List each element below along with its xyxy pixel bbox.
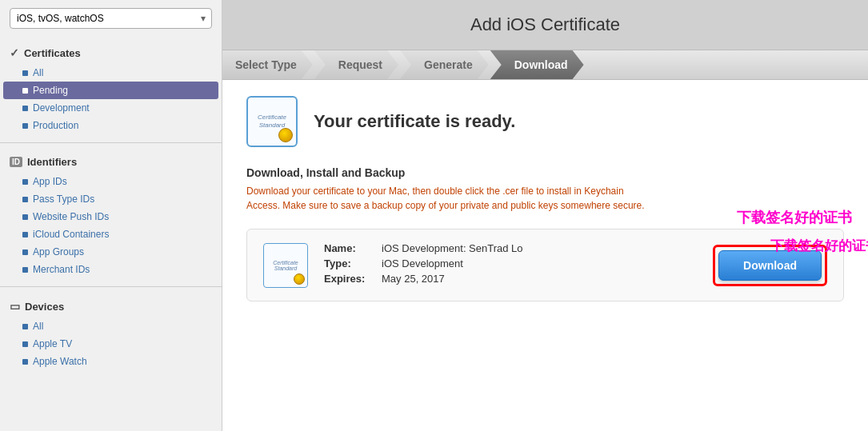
platform-select[interactable]: iOS, tvOS, watchOS macOS All xyxy=(10,8,212,29)
page-title: Add iOS Certificate xyxy=(222,0,868,50)
pending-dot xyxy=(22,88,28,94)
download-instructions: Download your certificate to your Mac, t… xyxy=(246,184,844,213)
sidebar-item-pending[interactable]: Pending xyxy=(3,82,218,99)
cert-type-value: iOS Development xyxy=(382,257,463,269)
cert-expires-label: Expires: xyxy=(324,273,372,285)
cert-card-wrapper: 下载签名好的证书 CertificateStandard Name: iOS D… xyxy=(246,229,844,301)
website-push-ids-dot xyxy=(22,214,28,220)
app-ids-label: App IDs xyxy=(33,176,67,187)
identifiers-header: ID Identifiers xyxy=(0,151,222,173)
sidebar-item-apple-watch[interactable]: Apple Watch xyxy=(0,353,222,370)
steps-bar: Select Type Request Generate Download xyxy=(222,50,868,80)
sidebar-item-development[interactable]: Development xyxy=(0,99,222,117)
pending-label: Pending xyxy=(33,85,68,96)
step-download-label: Download xyxy=(514,58,568,71)
cert-card: CertificateStandard Name: iOS Developmen… xyxy=(246,229,844,301)
apple-watch-label: Apple Watch xyxy=(33,356,87,367)
cert-expires-row: Expires: May 25, 2017 xyxy=(324,273,697,285)
step-select-type[interactable]: Select Type xyxy=(222,50,313,79)
certificates-icon: ✓ xyxy=(10,46,19,59)
platform-dropdown-wrapper[interactable]: iOS, tvOS, watchOS macOS All xyxy=(10,8,212,29)
step-select-type-label: Select Type xyxy=(235,58,297,71)
app-groups-dot xyxy=(22,249,28,255)
app-ids-dot xyxy=(22,179,28,185)
website-push-ids-label: Website Push IDs xyxy=(33,211,109,222)
sidebar-item-all[interactable]: All xyxy=(0,64,222,82)
icloud-containers-label: iCloud Containers xyxy=(33,229,109,240)
content-area: CertificateStandard Your certificate is … xyxy=(222,80,868,431)
step-request[interactable]: Request xyxy=(314,50,398,79)
apple-tv-label: Apple TV xyxy=(33,338,72,349)
step-request-label: Request xyxy=(338,58,382,71)
production-dot xyxy=(22,123,28,129)
cert-ready-title: Your certificate is ready. xyxy=(314,111,515,132)
development-label: Development xyxy=(33,102,90,114)
certificates-label: Certificates xyxy=(24,47,81,59)
cert-expires-value: May 25, 2017 xyxy=(382,273,445,285)
cert-name-label: Name: xyxy=(324,242,372,254)
cert-type-row: Type: iOS Development xyxy=(324,257,697,269)
cert-icon-large: CertificateStandard xyxy=(246,96,298,147)
devices-label: Devices xyxy=(25,301,64,313)
cert-type-label: Type: xyxy=(324,257,372,269)
merchant-ids-dot xyxy=(22,267,28,273)
sidebar-item-icloud-containers[interactable]: iCloud Containers xyxy=(0,225,222,243)
apple-watch-dot xyxy=(22,359,28,365)
step-generate-label: Generate xyxy=(424,58,473,71)
production-label: Production xyxy=(33,120,78,131)
sidebar-item-apple-tv[interactable]: Apple TV xyxy=(0,335,222,353)
step-generate[interactable]: Generate xyxy=(400,50,489,79)
cert-icon-small-text: CertificateStandard xyxy=(273,260,298,271)
all-devices-label: All xyxy=(33,321,43,332)
devices-header: ▭ Devices xyxy=(0,295,222,317)
all-devices-dot xyxy=(22,324,28,329)
cert-icon-text: CertificateStandard xyxy=(258,114,286,129)
sidebar-item-all-devices[interactable]: All xyxy=(0,317,222,335)
certificates-header: ✓ Certificates xyxy=(0,42,222,64)
all-label: All xyxy=(33,67,43,78)
identifiers-label: Identifiers xyxy=(27,156,77,168)
download-section-title: Download, Install and Backup xyxy=(246,166,844,179)
sidebar-item-website-push-ids[interactable]: Website Push IDs xyxy=(0,208,222,225)
icloud-containers-dot xyxy=(22,232,28,237)
merchant-ids-label: Merchant IDs xyxy=(33,264,90,275)
cert-name-value: iOS Development: SenTrad Lo xyxy=(382,242,523,254)
step-download[interactable]: Download xyxy=(490,50,584,79)
cert-ready-section: CertificateStandard Your certificate is … xyxy=(246,96,844,147)
devices-icon: ▭ xyxy=(10,300,20,313)
sidebar-item-production[interactable]: Production xyxy=(0,117,222,134)
apple-tv-dot xyxy=(22,341,28,347)
identifiers-section: ID Identifiers App IDs Pass Type IDs Web… xyxy=(0,146,222,283)
cert-details: Name: iOS Development: SenTrad Lo Type: … xyxy=(324,242,697,288)
sidebar: iOS, tvOS, watchOS macOS All ✓ Certifica… xyxy=(0,0,222,431)
annotation-chinese: 下载签名好的证书 xyxy=(770,237,868,255)
devices-section: ▭ Devices All Apple TV Apple Watch xyxy=(0,290,222,375)
cert-name-row: Name: iOS Development: SenTrad Lo xyxy=(324,242,697,254)
cert-badge-small xyxy=(294,273,305,285)
main-content: Add iOS Certificate Select Type Request … xyxy=(222,0,868,431)
certificates-section: ✓ Certificates All Pending Development P… xyxy=(0,37,222,139)
sidebar-item-app-ids[interactable]: App IDs xyxy=(0,173,222,190)
all-dot xyxy=(22,70,28,76)
sidebar-item-pass-type-ids[interactable]: Pass Type IDs xyxy=(0,190,222,208)
sidebar-item-app-groups[interactable]: App Groups xyxy=(0,243,222,261)
development-dot xyxy=(22,106,28,111)
sidebar-item-merchant-ids[interactable]: Merchant IDs xyxy=(0,261,222,278)
identifiers-icon: ID xyxy=(10,157,22,167)
cert-badge-large xyxy=(278,128,293,142)
pass-type-ids-label: Pass Type IDs xyxy=(33,194,94,205)
app-groups-label: App Groups xyxy=(33,246,84,257)
cert-icon-small: CertificateStandard xyxy=(263,243,308,288)
download-btn-area: 下载签名好的证书 Download xyxy=(713,245,827,286)
pass-type-ids-dot xyxy=(22,197,28,202)
